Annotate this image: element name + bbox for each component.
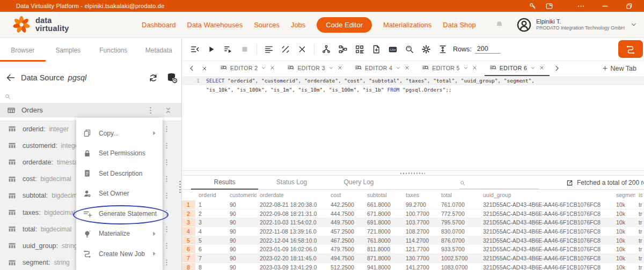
close-icon[interactable] <box>269 65 275 71</box>
toolbar-format-button[interactable] <box>264 44 274 54</box>
kebab-menu-icon[interactable] <box>163 241 170 251</box>
table-row[interactable]: 77902023-02-20 18:11:45.0494.7500871.800… <box>181 254 644 263</box>
editor-tab-editor-6[interactable]: EDITOR 6 <box>485 61 550 76</box>
toolbar-lineage-button[interactable] <box>338 44 348 54</box>
results-header-total[interactable]: total <box>438 190 480 200</box>
toolbar-settings-button[interactable] <box>421 44 431 54</box>
back-arrow-icon[interactable] <box>5 72 16 83</box>
kebab-menu-icon[interactable] <box>163 157 170 168</box>
nav-item-sources[interactable]: Sources <box>254 21 280 29</box>
menu-item-set-description[interactable]: Set Description <box>76 163 163 184</box>
sql-editor[interactable]: 1SELECT "orderid", "customerid", "orderd… <box>181 76 644 170</box>
kebab-menu-icon[interactable] <box>163 257 170 268</box>
editor-tab-editor-5[interactable]: EDITOR 5 <box>417 61 482 76</box>
nav-item-code-editor[interactable]: Code Editor <box>317 17 372 33</box>
more-options-icon[interactable] <box>577 2 585 10</box>
results-search-input[interactable] <box>468 179 539 187</box>
editor-tab-editor-2[interactable]: EDITOR 2 <box>215 61 280 76</box>
results-tab-results[interactable]: Results <box>191 176 258 190</box>
tab-scroll-left-icon[interactable] <box>188 64 196 72</box>
logo[interactable]: data virtuality <box>12 15 69 34</box>
nav-item-data-warehouses[interactable]: Data Warehouses <box>187 21 243 29</box>
results-header-subtotal[interactable]: subtotal <box>364 190 402 200</box>
table-row[interactable]: 66902023-01-09 16:02:06.0479.7500811.800… <box>181 245 644 254</box>
chevron-down-icon[interactable] <box>261 65 266 71</box>
table-row[interactable]: 44902022-11-08 13:39:16.0457.2500721.800… <box>181 227 644 236</box>
toolbar-format-off-button[interactable] <box>281 44 290 54</box>
nav-item-data-shop[interactable]: Data Shop <box>443 21 475 29</box>
browser-tab-icon[interactable] <box>545 2 553 10</box>
user-avatar-icon[interactable] <box>516 17 532 33</box>
table-node-orders[interactable]: Orders <box>0 103 181 117</box>
new-tab-button[interactable]: New Tab <box>602 61 636 76</box>
chevron-down-icon[interactable] <box>630 21 638 28</box>
results-header-segment[interactable]: segment <box>613 190 635 200</box>
results-header-taxes[interactable]: taxes <box>402 190 438 200</box>
kebab-menu-icon[interactable] <box>163 207 170 218</box>
kebab-menu-icon[interactable] <box>163 224 170 235</box>
results-header-uuid-group[interactable]: uuid_group <box>480 190 613 200</box>
toolbar-search-refresh-button[interactable] <box>405 44 414 54</box>
results-header-cost[interactable]: cost <box>327 190 364 200</box>
menu-item-materialize[interactable]: Materialize <box>76 224 163 244</box>
user-menu[interactable]: Elpiniki T. PRODATO Integration Technolo… <box>536 18 625 32</box>
results-splitter[interactable] <box>181 170 644 176</box>
kebab-menu-icon[interactable] <box>163 124 170 134</box>
minimize-button[interactable] <box>601 2 609 10</box>
toolbar-run-button[interactable] <box>207 44 216 54</box>
table-row[interactable]: 88902023-03-09 13:41:29.0512.2500941.800… <box>181 262 644 270</box>
nav-item-materializations[interactable]: Materializations <box>383 21 431 29</box>
table-row[interactable]: 22902022-09-08 18:21:31.0444.7500671.800… <box>181 209 644 218</box>
close-icon[interactable] <box>337 65 343 71</box>
toolbar-execution-plan-button[interactable] <box>355 44 364 54</box>
toolbar-stop-button[interactable] <box>240 44 250 54</box>
chevron-down-icon[interactable] <box>396 65 401 71</box>
notifications-bell-icon[interactable] <box>494 20 504 30</box>
nav-item-jobs[interactable]: Jobs <box>291 21 305 29</box>
menu-item-generate-statement[interactable]: Generate Statement <box>76 204 163 224</box>
kebab-menu-icon[interactable] <box>163 140 170 151</box>
sidebar-tab-metadata[interactable]: Metadata <box>136 41 182 62</box>
menu-item-set-permissions[interactable]: Set Permissions <box>76 144 163 164</box>
results-header-orderdate[interactable]: orderdate <box>257 190 327 200</box>
menu-item-create-new-job[interactable]: Create New Job <box>76 244 163 264</box>
results-tab-query-log[interactable]: Query Log <box>325 176 392 190</box>
sidebar-tab-browser[interactable]: Browser <box>0 41 46 62</box>
table-row[interactable]: 33902022-10-03 11:54:02.0449.7500691.800… <box>181 218 644 227</box>
kebab-menu-icon[interactable] <box>163 190 170 201</box>
toolbar-clear-button[interactable] <box>297 44 307 54</box>
chevron-down-icon[interactable] <box>328 65 334 71</box>
refresh-icon[interactable] <box>148 73 158 83</box>
editor-tab-editor-3[interactable]: EDITOR 3 <box>282 61 347 76</box>
results-header-customerid[interactable]: customerid <box>226 190 257 200</box>
tab-scroll-right-icon[interactable] <box>553 64 561 72</box>
results-tab-status-log[interactable]: Status Log <box>258 176 325 190</box>
pane-splitter-grip[interactable] <box>179 181 181 193</box>
export-results-icon[interactable] <box>566 179 574 187</box>
chevron-down-icon[interactable] <box>530 65 536 71</box>
restore-window-button[interactable] <box>625 2 633 10</box>
rows-input[interactable] <box>475 45 501 54</box>
toolbar-collapse-lines-button[interactable] <box>190 44 200 54</box>
sidebar-tab-functions[interactable]: Functions <box>91 41 136 62</box>
close-icon[interactable] <box>539 65 545 71</box>
nav-item-dashboard[interactable]: Dashboard <box>142 21 176 29</box>
close-icon[interactable] <box>404 65 410 71</box>
create-job-button[interactable] <box>618 40 643 58</box>
table-row[interactable]: 11902022-08-21 18:20:38.0442.2500661.800… <box>181 200 644 209</box>
chevron-down-icon[interactable] <box>463 65 469 71</box>
toolbar-export-csv-button[interactable]: CSV <box>388 44 398 54</box>
toolbar-dependency-tree-button[interactable] <box>321 44 331 54</box>
toolbar-row-limit-button[interactable] <box>438 44 448 54</box>
sidebar-search-input[interactable] <box>13 92 77 101</box>
kebab-menu-icon[interactable] <box>147 104 155 116</box>
sidebar-tab-samples[interactable]: Samples <box>46 41 91 62</box>
key-icon[interactable] <box>529 2 537 10</box>
database-sync-icon[interactable] <box>166 72 178 84</box>
close-icon[interactable] <box>201 65 208 72</box>
editor-tab-editor-4[interactable]: EDITOR 4 <box>350 61 415 76</box>
toolbar-run-selection-button[interactable] <box>223 44 233 54</box>
close-icon[interactable] <box>472 65 478 71</box>
toolbar-new-file-button[interactable] <box>371 44 381 54</box>
kebab-menu-icon[interactable] <box>163 174 170 184</box>
